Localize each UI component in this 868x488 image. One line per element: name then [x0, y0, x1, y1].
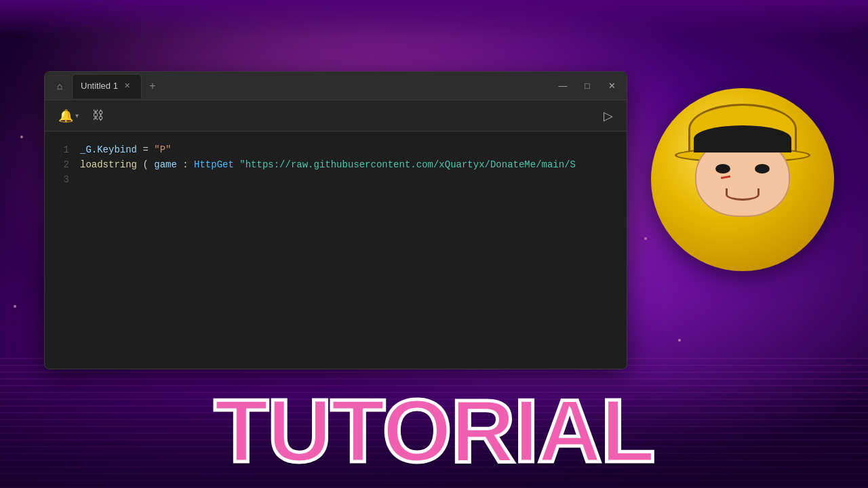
code-token: "https://raw.githubusercontent.com/xQuar…: [239, 159, 576, 170]
add-tab-button[interactable]: +: [144, 78, 161, 94]
code-token: HttpGet: [194, 159, 234, 170]
line-number-2: 2: [45, 157, 69, 172]
code-token: _G.Keybind: [80, 144, 137, 155]
right-eye: [755, 164, 770, 174]
code-line-1: _G.Keybind = "P": [80, 142, 627, 157]
particle: [20, 136, 23, 138]
minimize-button[interactable]: —: [553, 79, 572, 93]
tab-close-button[interactable]: ✕: [122, 81, 133, 92]
line-number-3: 3: [45, 172, 69, 187]
code-token: loadstring: [80, 159, 137, 170]
dropdown-arrow-icon: ▾: [75, 112, 79, 119]
mouth: [726, 188, 760, 201]
scar: [721, 176, 730, 179]
home-button[interactable]: ⌂: [50, 77, 69, 96]
code-line-2: loadstring ( game : HttpGet "https://raw…: [80, 157, 627, 172]
run-icon: ▷: [604, 109, 613, 123]
character-hair: [694, 125, 791, 152]
particle: [678, 339, 681, 342]
code-token: (: [142, 159, 148, 170]
line-number-1: 1: [45, 142, 69, 157]
particle: [14, 305, 16, 308]
close-button[interactable]: ✕: [602, 79, 621, 93]
character-avatar: [651, 88, 834, 271]
editor-content: 1 2 3 _G.Keybind = "P" loadstring ( game…: [45, 131, 627, 369]
link-icon: ⛓: [92, 108, 104, 123]
code-editor[interactable]: _G.Keybind = "P" loadstring ( game : Htt…: [77, 131, 627, 369]
toolbar: 🔔 ▾ ⛓ ▷: [45, 100, 627, 131]
line-numbers: 1 2 3: [45, 131, 77, 369]
editor-tab[interactable]: Untitled 1 ✕: [72, 74, 142, 98]
editor-window: ⌂ Untitled 1 ✕ + — □ ✕ 🔔 ▾ ⛓ ▷ 1 2 3: [44, 71, 627, 369]
maximize-button[interactable]: □: [578, 79, 597, 93]
code-line-3: [80, 172, 627, 187]
top-bar: [0, 0, 868, 37]
execute-dropdown-button[interactable]: 🔔 ▾: [53, 106, 84, 126]
window-controls: — □ ✕: [553, 79, 621, 93]
link-button[interactable]: ⛓: [87, 106, 110, 125]
left-eye: [715, 164, 730, 174]
tutorial-label: TUTORIAL: [0, 386, 868, 476]
execute-icon: 🔔: [58, 108, 73, 123]
particle: [644, 237, 647, 240]
code-token: =: [142, 144, 154, 155]
code-token: :: [182, 159, 188, 170]
title-bar: ⌂ Untitled 1 ✕ + — □ ✕: [45, 72, 627, 100]
code-token: game: [154, 159, 177, 170]
tab-label: Untitled 1: [81, 81, 118, 91]
run-button[interactable]: ▷: [598, 106, 618, 126]
code-token: "P": [154, 144, 171, 155]
